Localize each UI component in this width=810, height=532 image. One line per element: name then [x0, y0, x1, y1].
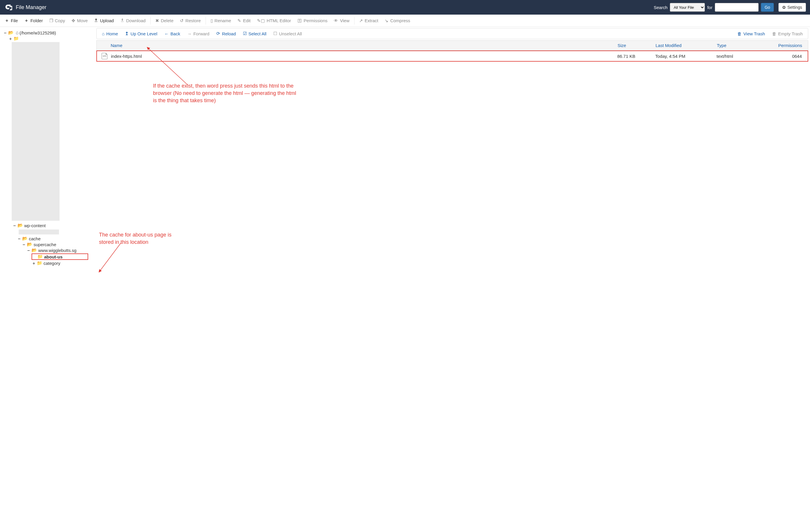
collapse-icon[interactable]: − [13, 223, 16, 228]
delete-button[interactable]: ✖Delete [152, 16, 176, 25]
file-table: Name Size Last Modified Type Permissions… [96, 40, 808, 62]
tree-root[interactable]: − 📂 ⌂ (/home/w3125298) [2, 30, 93, 36]
search-input[interactable] [715, 3, 759, 12]
tree-item-domain[interactable]: − 📂 www.wigglebutts.sg [2, 247, 93, 253]
tree-item-supercache[interactable]: − 📂 supercache [2, 241, 93, 247]
highlighted-tree-item: + 📁 about-us [32, 254, 88, 260]
settings-button[interactable]: ✿ Settings [778, 3, 806, 12]
tree-label[interactable]: supercache [34, 242, 56, 247]
eye-icon: 👁 [334, 18, 338, 23]
move-button[interactable]: ✥Move [69, 16, 91, 25]
annotation-text-bottom: The cache for about-us page is stored in… [99, 231, 187, 246]
table-row[interactable]: </> index-https.html 86.71 KB Today, 4:5… [96, 50, 808, 62]
app-title: File Manager [16, 4, 46, 11]
permissions-button[interactable]: ⚿Permissions [295, 16, 330, 25]
file-type: text/html [714, 54, 770, 59]
copy-button[interactable]: ❐Copy [46, 16, 68, 25]
folder-open-icon: 📂 [17, 223, 23, 228]
edit-button[interactable]: ✎Edit [234, 16, 254, 25]
download-icon [120, 18, 124, 23]
settings-label: Settings [787, 5, 802, 10]
back-button[interactable]: ←Back [161, 30, 183, 37]
forward-button[interactable]: →Forward [184, 30, 212, 37]
key-icon: ⚿ [297, 18, 302, 23]
trash-icon: 🗑 [772, 31, 776, 36]
select-all-button[interactable]: ☑Select All [240, 30, 270, 37]
copy-icon: ❐ [49, 18, 53, 23]
extract-button[interactable]: ↗Extract [356, 16, 382, 25]
trash-icon: 🗑 [737, 31, 742, 36]
tree-item-cache[interactable]: − 📂 cache [2, 236, 93, 241]
tree-root-label[interactable]: (/home/w3125298) [19, 30, 56, 35]
column-size[interactable]: Size [615, 43, 653, 48]
collapse-icon[interactable]: − [3, 30, 7, 35]
folder-icon: 📁 [37, 254, 43, 259]
go-button[interactable]: Go [761, 3, 774, 12]
restore-button[interactable]: ↺Restore [177, 16, 204, 25]
file-modified: Today, 4:54 PM [653, 54, 714, 59]
empty-trash-button[interactable]: 🗑Empty Trash [769, 30, 806, 37]
collapse-icon[interactable]: − [17, 236, 21, 241]
collapse-icon[interactable]: − [27, 248, 30, 253]
for-label: for [707, 5, 712, 10]
tree-item-about-us[interactable]: + 📁 about-us [2, 253, 93, 260]
column-type[interactable]: Type [714, 43, 770, 48]
svg-line-1 [99, 243, 121, 272]
expand-icon[interactable]: + [32, 261, 36, 266]
collapse-icon[interactable]: − [22, 242, 26, 247]
html-editor-button[interactable]: ✎▢HTML Editor [254, 16, 294, 25]
file-size: 86.71 KB [615, 54, 653, 59]
reload-button[interactable]: ⟳Reload [213, 30, 239, 37]
up-arrow-icon: ↥ [125, 31, 129, 36]
compress-icon: ↘ [385, 18, 388, 23]
home-button[interactable]: ⌂Home [99, 30, 121, 37]
left-arrow-icon: ← [164, 31, 169, 36]
rename-button[interactable]: ▯Rename [208, 16, 234, 25]
tree-label[interactable]: cache [29, 236, 40, 241]
folder-tree: − 📂 ⌂ (/home/w3125298) + 📁 − 📂 wp-conten… [0, 27, 95, 532]
content-pane: ⌂Home ↥Up One Level ←Back →Forward ⟳Relo… [95, 27, 810, 532]
unselect-all-button[interactable]: ☐Unselect All [270, 30, 305, 37]
compress-button[interactable]: ↘Compress [382, 16, 413, 25]
html-edit-icon: ✎▢ [257, 18, 265, 23]
expand-icon[interactable]: + [9, 36, 12, 41]
folder-open-icon: 📂 [32, 247, 37, 253]
upload-icon [94, 18, 98, 23]
checkbox-empty-icon: ☐ [273, 31, 277, 36]
up-one-level-button[interactable]: ↥Up One Level [122, 30, 160, 37]
action-bar: ⌂Home ↥Up One Level ←Back →Forward ⟳Relo… [96, 28, 808, 39]
cpanel-icon [4, 3, 12, 11]
plus-icon: ＋ [5, 18, 9, 23]
tree-label[interactable]: wp-content [24, 223, 46, 228]
tree-item-hidden[interactable]: + 📁 [2, 36, 93, 42]
upload-button[interactable]: Upload [91, 16, 117, 25]
right-arrow-icon: → [187, 31, 192, 36]
html-file-icon: </> [102, 53, 108, 59]
folder-icon: 📁 [13, 36, 19, 41]
tree-item-category[interactable]: + 📁 category [2, 260, 93, 266]
folder-button[interactable]: ＋Folder [21, 16, 46, 25]
folder-open-icon: 📂 [27, 242, 32, 247]
search-scope-select[interactable]: All Your Files [670, 3, 705, 12]
download-button[interactable]: Download [117, 16, 149, 25]
view-trash-button[interactable]: 🗑View Trash [734, 30, 768, 37]
tree-label[interactable]: category [44, 261, 61, 266]
svg-line-0 [147, 47, 188, 85]
move-icon: ✥ [71, 18, 75, 23]
search-group: Search All Your Files for Go ✿ Settings [654, 3, 806, 12]
column-permissions[interactable]: Permissions [770, 43, 808, 48]
tree-label-about-us[interactable]: about-us [44, 254, 63, 259]
search-label: Search [654, 5, 668, 10]
annotation-arrow-top [144, 44, 191, 88]
folder-open-icon: 📂 [22, 236, 28, 241]
view-button[interactable]: 👁View [331, 16, 352, 25]
rename-icon: ▯ [211, 18, 213, 23]
tree-item-wp-content[interactable]: − 📂 wp-content [2, 223, 93, 228]
gear-icon: ✿ [782, 5, 786, 10]
tree-label[interactable]: www.wigglebutts.sg [38, 248, 77, 253]
file-button[interactable]: ＋File [2, 16, 21, 25]
annotation-text-top: If the cache exist, then word press just… [153, 82, 299, 104]
column-modified[interactable]: Last Modified [653, 43, 714, 48]
main-toolbar: ＋File ＋Folder ❐Copy ✥Move Upload Downloa… [0, 15, 810, 27]
reload-icon: ⟳ [216, 31, 220, 36]
